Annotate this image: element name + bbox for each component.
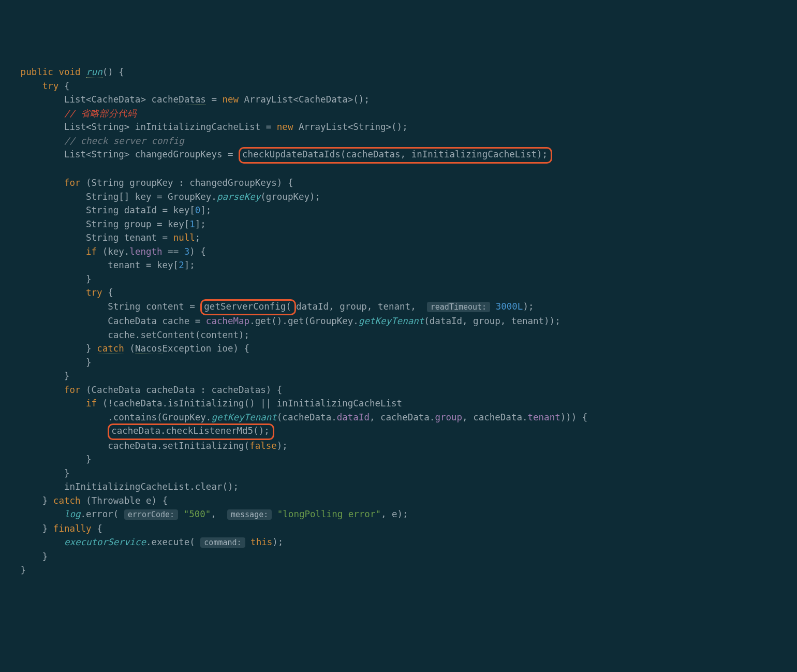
code-line: } catch (NacosException ioe) {: [4, 342, 797, 356]
code-line: List<CacheData> cacheDatas = new ArrayLi…: [4, 93, 797, 107]
code-line: public void run() {: [4, 65, 797, 79]
code-line: for (String groupKey : changedGroupKeys)…: [4, 176, 797, 190]
highlight-checkUpdateDataIds: checkUpdateDataIds(cacheDatas, inInitial…: [239, 147, 552, 164]
code-line: // 省略部分代码: [4, 107, 797, 121]
code-line: [4, 163, 797, 177]
code-line: try {: [4, 286, 797, 300]
code-line: log.error( errorCode: "500", message: "l…: [4, 507, 797, 522]
code-line: }: [4, 466, 797, 480]
param-hint: message:: [227, 509, 272, 520]
code-line: }: [4, 452, 797, 466]
code-line: }: [4, 272, 797, 286]
code-line: cacheData.checkListenerMd5();: [4, 424, 797, 439]
code-line: List<String> changedGroupKeys = checkUpd…: [4, 148, 797, 163]
code-line: cacheData.setInitializing(false);: [4, 439, 797, 453]
code-line: if (key.length == 3) {: [4, 245, 797, 259]
highlight-checkListenerMd5: cacheData.checkListenerMd5();: [108, 423, 274, 440]
code-line: }: [4, 356, 797, 370]
code-line: inInitializingCacheList.clear();: [4, 480, 797, 494]
code-line: executorService.execute( command: this);: [4, 535, 797, 550]
code-line: tenant = key[2];: [4, 258, 797, 272]
code-line: // check server config: [4, 134, 797, 148]
code-editor[interactable]: public void run() { try { List<CacheData…: [4, 65, 797, 577]
param-hint: command:: [200, 537, 245, 548]
highlight-getServerConfig: getServerConfig(: [200, 299, 296, 316]
code-line: for (CacheData cacheData : cacheDatas) {: [4, 383, 797, 397]
code-line: .contains(GroupKey.getKeyTenant(cacheDat…: [4, 411, 797, 425]
code-line: } finally {: [4, 522, 797, 536]
code-line: String tenant = null;: [4, 231, 797, 245]
param-hint: errorCode:: [124, 509, 178, 520]
code-line: cache.setContent(content);: [4, 328, 797, 342]
param-hint: readTimeout:: [427, 302, 490, 312]
code-line: try {: [4, 79, 797, 93]
code-line: String content = getServerConfig(dataId,…: [4, 300, 797, 315]
code-line: }: [4, 369, 797, 383]
code-line: String group = key[1];: [4, 217, 797, 231]
code-line: } catch (Throwable e) {: [4, 494, 797, 508]
code-line: if (!cacheData.isInitializing() || inIni…: [4, 397, 797, 411]
code-line: }: [4, 550, 797, 564]
code-line: CacheData cache = cacheMap.get().get(Gro…: [4, 314, 797, 328]
code-line: String dataId = key[0];: [4, 203, 797, 217]
code-line: }: [4, 563, 797, 577]
code-line: String[] key = GroupKey.parseKey(groupKe…: [4, 190, 797, 204]
code-line: List<String> inInitializingCacheList = n…: [4, 120, 797, 134]
